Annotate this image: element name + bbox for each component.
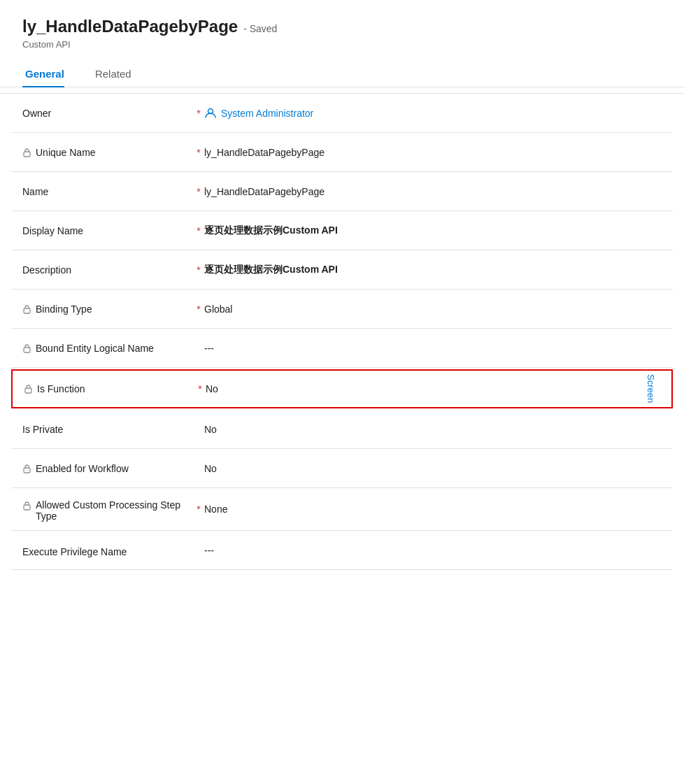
lock-icon-allowed-custom [22,501,31,511]
saved-badge: - Saved [243,23,277,34]
bound-entity-value: --- [204,343,662,354]
field-row-binding-type: Binding Type * Global [11,290,673,329]
field-label-enabled-for-workflow: Enabled for Workflow [22,463,190,474]
execute-privilege-label: Execute Privilege Name [22,546,127,557]
field-label-name: Name [22,186,190,197]
is-private-label: Is Private [22,424,63,435]
person-icon [204,107,217,120]
field-label-binding-type: Binding Type [22,304,190,315]
is-private-value: No [204,424,662,435]
binding-type-value: Global [204,304,662,315]
description-value: 逐页处理数据示例Custom API [204,264,662,276]
unique-name-required: * [193,147,204,158]
execute-privilege-value: --- [204,545,662,556]
field-label-description: Description [22,264,190,276]
title-row: ly_HandleDataPagebyPage - Saved [22,17,662,36]
bound-entity-label: Bound Entity Logical Name [36,343,154,354]
binding-type-label: Binding Type [36,304,92,315]
is-function-value: No [206,383,660,394]
tab-general[interactable]: General [22,61,76,87]
page-header: ly_HandleDataPagebyPage - Saved Custom A… [0,17,684,61]
is-function-required: * [194,383,206,394]
field-label-is-function: Is Function [24,383,192,394]
field-label-allowed-custom: Allowed Custom Processing Step Type [22,497,190,522]
tabs-bar: General Related [0,61,684,87]
allowed-custom-value: None [204,504,662,515]
tab-related[interactable]: Related [92,61,143,87]
svg-rect-2 [24,308,30,313]
is-function-label: Is Function [37,383,85,394]
field-row-description: Description * 逐页处理数据示例Custom API [11,250,673,290]
name-value: ly_HandleDataPagebyPage [204,186,662,197]
field-row-is-function: Is Function * No Screen [11,369,673,408]
field-row-execute-privilege: Execute Privilege Name * --- [11,531,673,570]
lock-icon-bound-entity [22,343,31,353]
lock-icon-enabled-for-workflow [22,464,31,473]
page-container: ly_HandleDataPagebyPage - Saved Custom A… [0,0,684,570]
display-name-label: Display Name [22,225,83,236]
svg-rect-5 [24,468,30,473]
enabled-for-workflow-value: No [204,463,662,474]
svg-rect-4 [25,388,31,393]
owner-value[interactable]: System Administrator [204,107,662,120]
name-required: * [193,186,204,197]
owner-name: System Administrator [221,108,313,119]
field-row-allowed-custom: Allowed Custom Processing Step Type * No… [11,488,673,531]
field-label-execute-privilege: Execute Privilege Name [22,543,190,557]
field-row-owner: Owner * System Administrator [11,94,673,133]
display-name-value: 逐页处理数据示例Custom API [204,224,662,237]
field-row-name: Name * ly_HandleDataPagebyPage [11,172,673,211]
display-name-required: * [193,225,204,236]
unique-name-label: Unique Name [36,147,96,158]
page-title: ly_HandleDataPagebyPage [22,17,238,36]
field-label-owner: Owner [22,108,190,119]
field-row-unique-name: Unique Name * ly_HandleDataPagebyPage [11,133,673,172]
field-row-display-name: Display Name * 逐页处理数据示例Custom API [11,211,673,250]
lock-icon-is-function [24,384,33,394]
field-label-bound-entity: Bound Entity Logical Name [22,343,190,354]
svg-rect-6 [24,505,30,510]
field-label-display-name: Display Name [22,225,190,236]
unique-name-value: ly_HandleDataPagebyPage [204,147,662,158]
owner-required: * [193,108,204,119]
name-label: Name [22,186,48,197]
lock-icon-binding-type [22,304,31,314]
svg-rect-3 [24,348,30,352]
form-container: Owner * System Administrator [0,93,684,570]
page-subtitle: Custom API [22,39,662,50]
description-required: * [193,264,204,276]
field-label-is-private: Is Private [22,424,190,435]
field-row-bound-entity: Bound Entity Logical Name * --- [11,329,673,368]
enabled-for-workflow-label: Enabled for Workflow [36,463,129,474]
svg-rect-1 [24,152,30,157]
screen-label[interactable]: Screen [644,371,657,406]
allowed-custom-required: * [193,504,204,515]
allowed-custom-label: Allowed Custom Processing Step Type [36,499,190,522]
owner-label: Owner [22,108,51,119]
field-row-enabled-for-workflow: Enabled for Workflow * No [11,449,673,488]
field-row-is-private: Is Private * No [11,410,673,449]
description-label: Description [22,264,71,276]
field-label-unique-name: Unique Name [22,147,190,158]
lock-icon-unique-name [22,148,31,157]
binding-type-required: * [193,304,204,315]
